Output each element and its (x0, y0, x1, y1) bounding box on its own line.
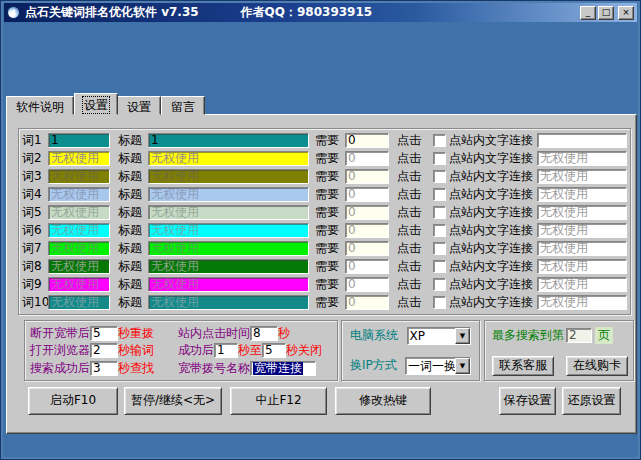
keyword-input[interactable]: 无权使用 (48, 187, 110, 202)
need-label: 需要 (315, 150, 341, 167)
need-count-input[interactable]: 0 (345, 169, 389, 184)
search-success-seconds-input[interactable]: 3 (90, 361, 118, 376)
site-link-checkbox[interactable] (433, 242, 446, 255)
title-input[interactable]: 无权使用 (148, 151, 309, 166)
ip-method-combobox[interactable]: 一词一换 ▼ (405, 357, 471, 375)
click-label: 点击 (397, 258, 423, 275)
site-link-input[interactable]: 无权使用 (537, 259, 627, 274)
minimize-button[interactable]: _ (580, 6, 596, 20)
keyword-input[interactable]: 无权使用 (48, 277, 110, 292)
need-label: 需要 (315, 186, 341, 203)
os-combobox[interactable]: XP ▼ (407, 327, 471, 345)
site-link-checkbox[interactable] (433, 134, 446, 147)
need-count-input[interactable]: 0 (345, 223, 389, 238)
site-link-input[interactable]: 无权使用 (537, 241, 627, 256)
close-from-seconds-input[interactable]: 1 (214, 343, 238, 358)
title-input[interactable]: 无权使用 (148, 223, 309, 238)
keyword-input[interactable]: 无权使用 (48, 241, 110, 256)
site-link-checkbox[interactable] (433, 152, 446, 165)
keyword-input[interactable]: 无权使用 (48, 169, 110, 184)
need-count-input[interactable]: 0 (345, 259, 389, 274)
word-number-label: 词1 (22, 132, 48, 149)
keyword-row: 词2 无权使用 标题 无权使用 需要 0 点击 点站内文字连接 无权使用 (22, 150, 627, 167)
site-link-checkbox[interactable] (433, 188, 446, 201)
max-page-input[interactable]: 2 (566, 328, 592, 343)
title-input[interactable]: 无权使用 (148, 205, 309, 220)
site-link-input[interactable]: 无权使用 (537, 223, 627, 238)
need-count-input[interactable]: 0 (345, 277, 389, 292)
open-browser-label: 打开浏览器 (30, 342, 90, 359)
site-link-input[interactable]: 无权使用 (537, 169, 627, 184)
site-link-input[interactable]: 无权使用 (537, 295, 627, 310)
disconnect-seconds-input[interactable]: 5 (90, 326, 118, 341)
title-input[interactable]: 1 (148, 133, 309, 148)
title-label: 标题 (118, 222, 144, 239)
need-count-input[interactable]: 0 (345, 205, 389, 220)
site-link-input[interactable]: 无权使用 (537, 205, 627, 220)
site-click-seconds-input[interactable]: 8 (250, 326, 278, 341)
site-link-checkbox[interactable] (433, 206, 446, 219)
keyword-input[interactable]: 无权使用 (48, 259, 110, 274)
site-link-input[interactable]: 无权使用 (537, 187, 627, 202)
keyword-row: 词6 无权使用 标题 无权使用 需要 0 点击 点站内文字连接 无权使用 (22, 222, 627, 239)
keyword-input[interactable]: 无权使用 (48, 295, 110, 310)
keyword-input[interactable]: 无权使用 (48, 151, 110, 166)
site-click-time-label: 站内点击时间 (178, 325, 250, 342)
start-button[interactable]: 启动F10 (28, 387, 118, 415)
site-link-input[interactable]: 无权使用 (537, 277, 627, 292)
title-input[interactable]: 无权使用 (148, 259, 309, 274)
modify-hotkey-button[interactable]: 修改热键 (335, 387, 431, 415)
save-settings-button[interactable]: 保存设置 (499, 387, 556, 415)
click-label: 点击 (397, 186, 423, 203)
tab-strip: 软件说明 设置 设置 留言 (6, 93, 637, 115)
keyword-input[interactable]: 1 (48, 133, 110, 148)
ip-selected-value: 一词一换 (406, 358, 455, 374)
tab-software-info[interactable]: 软件说明 (6, 96, 74, 115)
title-input[interactable]: 无权使用 (148, 169, 309, 184)
tab-settings-2[interactable]: 设置 (117, 96, 161, 115)
tab-message[interactable]: 留言 (161, 96, 205, 115)
page-suffix-label: 页 (595, 327, 613, 344)
site-link-label: 点站内文字连接 (449, 240, 535, 257)
keyword-row: 词10 无权使用 标题 无权使用 需要 0 点击 点站内文字连接 无权使用 (22, 294, 627, 311)
title-input[interactable]: 无权使用 (148, 241, 309, 256)
chevron-down-icon[interactable]: ▼ (455, 358, 470, 374)
site-link-checkbox[interactable] (433, 260, 446, 273)
titlebar: ↑ 点石关键词排名优化软件 v7.35 作者QQ：980393915 _ □ × (4, 3, 637, 22)
dial-name-input[interactable]: 宽带连接 (250, 361, 316, 376)
maximize-button[interactable]: □ (598, 6, 614, 20)
keyword-input[interactable]: 无权使用 (48, 205, 110, 220)
restore-settings-button[interactable]: 还原设置 (562, 387, 621, 415)
site-link-input[interactable]: 无权使用 (537, 151, 627, 166)
os-row: 电脑系统 XP ▼ (350, 326, 471, 345)
close-to-seconds-input[interactable]: 5 (262, 343, 286, 358)
open-browser-seconds-input[interactable]: 2 (90, 343, 118, 358)
need-count-input[interactable]: 0 (345, 187, 389, 202)
need-count-input[interactable]: 0 (345, 133, 389, 148)
abort-button[interactable]: 中止F12 (230, 387, 327, 415)
site-link-checkbox[interactable] (433, 296, 446, 309)
keyword-input[interactable]: 无权使用 (48, 223, 110, 238)
site-link-checkbox[interactable] (433, 170, 446, 183)
site-link-checkbox[interactable] (433, 224, 446, 237)
title-input[interactable]: 无权使用 (148, 277, 309, 292)
title-input[interactable]: 无权使用 (148, 295, 309, 310)
buy-card-button[interactable]: 在线购卡 (566, 356, 628, 376)
need-count-input[interactable]: 0 (345, 241, 389, 256)
need-count-input[interactable]: 0 (345, 151, 389, 166)
contact-service-button[interactable]: 联系客服 (492, 356, 554, 376)
need-label: 需要 (315, 132, 341, 149)
chevron-down-icon[interactable]: ▼ (455, 328, 470, 344)
close-button[interactable]: × (618, 6, 634, 20)
word-number-label: 词3 (22, 168, 48, 185)
pause-continue-button[interactable]: 暂停/继续<无> (124, 387, 222, 415)
keyword-row: 词8 无权使用 标题 无权使用 需要 0 点击 点站内文字连接 无权使用 (22, 258, 627, 275)
word-number-label: 词2 (22, 150, 48, 167)
need-label: 需要 (315, 204, 341, 221)
title-input[interactable]: 无权使用 (148, 187, 309, 202)
tab-control: 软件说明 设置 设置 留言 词1 1 标题 1 需要 0 点击 点站内文字连接 … (6, 93, 637, 434)
site-link-input[interactable] (537, 133, 627, 148)
site-link-checkbox[interactable] (433, 278, 446, 291)
tab-settings-selected[interactable]: 设置 (74, 93, 118, 115)
need-count-input[interactable]: 0 (345, 295, 389, 310)
